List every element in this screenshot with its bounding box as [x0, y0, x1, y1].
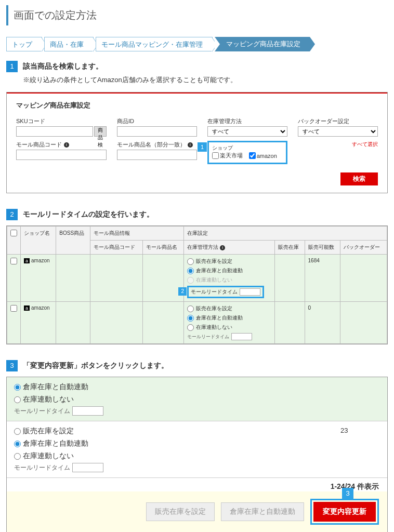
- set-sales-stock-button[interactable]: 販売在庫を設定: [146, 502, 215, 521]
- step-3-header: 3 「変更内容更新」ボタンをクリックします。: [6, 360, 388, 371]
- step-title: モールリードタイムの設定を行います。: [23, 209, 154, 219]
- product-id-label: 商品ID: [117, 117, 197, 125]
- lead-time-input[interactable]: [72, 406, 103, 416]
- col-backorder: バックオーダー: [340, 241, 387, 255]
- pager: 1-24/24 件表示: [7, 478, 387, 491]
- list-item: 販売在庫を設定 倉庫在庫と自動連動 在庫連動しない モールリードタイム 23: [7, 421, 387, 478]
- lead-time-label: モールリードタイム: [187, 334, 229, 340]
- shop-filter-highlight: 1 ショップ 楽天市場 amazon: [207, 141, 287, 164]
- radio-set-sales[interactable]: 販売在庫を設定: [187, 258, 271, 265]
- radio-no-link[interactable]: 在庫連動しない: [14, 451, 328, 461]
- lead-time-label: モールリードタイム: [191, 288, 238, 296]
- available-cell: 0: [305, 302, 340, 344]
- amazon-badge-icon: a: [24, 258, 30, 263]
- stock-method-label: 在庫管理方法: [207, 117, 287, 125]
- table-row: aamazon 販売在庫を設定 倉庫在庫と自動連動 在庫連動しない 2 モールリ…: [7, 255, 387, 302]
- step-1-header: 1 該当商品を検索します。: [6, 61, 388, 72]
- step-number: 1: [6, 61, 18, 72]
- radio-no-link[interactable]: 在庫連動しない: [14, 395, 328, 404]
- amazon-badge-icon: a: [24, 305, 30, 311]
- radio-auto-link[interactable]: 倉庫在庫と自動連動: [14, 439, 328, 448]
- col-mall-info: モール商品情報: [90, 227, 184, 241]
- radio-no-link[interactable]: 在庫連動しない: [187, 324, 271, 331]
- shop-cell: amazon: [31, 305, 50, 311]
- col-mall-name: モール商品名: [143, 241, 184, 255]
- breadcrumb: トップ 商品・在庫 モール商品マッピング・在庫管理 マッピング商品在庫設定: [6, 37, 388, 51]
- available-cell: 1684: [305, 255, 340, 302]
- col-sale-stock: 販売在庫: [275, 241, 305, 255]
- lead-time-input[interactable]: [231, 333, 252, 340]
- shop-amazon-checkbox[interactable]: amazon: [249, 152, 277, 159]
- lead-time-label: モールリードタイム: [14, 407, 70, 416]
- backorder-select[interactable]: すべて: [298, 126, 378, 137]
- col-stock-method: 在庫管理方法 i: [184, 241, 275, 255]
- col-mall-code: モール商品コード: [90, 241, 143, 255]
- info-icon: i: [220, 245, 225, 250]
- update-panel-screenshot: 倉庫在庫と自動連動 在庫連動しない モールリードタイム 販売在庫を設定 倉庫在庫…: [6, 377, 388, 532]
- mall-name-input[interactable]: [117, 150, 197, 160]
- step-2-header: 2 モールリードタイムの設定を行います。: [6, 209, 388, 220]
- radio-auto-link[interactable]: 倉庫在庫と自動連動: [187, 267, 271, 274]
- breadcrumb-item-active: マッピング商品在庫設定: [215, 37, 310, 51]
- lead-time-highlight: 2 モールリードタイム: [187, 286, 264, 298]
- callout-number: 3: [342, 488, 353, 499]
- col-boss: BOSS商品: [56, 227, 90, 255]
- callout-number: 1: [198, 142, 207, 152]
- filter-panel-title: マッピング商品在庫設定: [16, 101, 378, 110]
- lead-time-table-screenshot: ショップ名 BOSS商品 モール商品情報 在庫設定 モール商品コード モール商品…: [6, 225, 388, 344]
- col-available: 販売可能数: [305, 241, 340, 255]
- row-checkbox[interactable]: [10, 258, 17, 264]
- row-checkbox[interactable]: [10, 305, 17, 312]
- auto-link-button[interactable]: 倉庫在庫と自動連動: [221, 502, 304, 521]
- product-id-input[interactable]: [117, 126, 197, 137]
- sku-input[interactable]: [16, 126, 93, 137]
- list-item: 倉庫在庫と自動連動 在庫連動しない モールリードタイム: [7, 377, 387, 421]
- step-note: ※絞り込みの条件としてAmazon店舗のみを選択することも可能です。: [23, 75, 388, 85]
- shop-rakuten-checkbox[interactable]: 楽天市場: [212, 152, 243, 159]
- callout-number: 2: [178, 287, 187, 296]
- table-row: aamazon 販売在庫を設定 倉庫在庫と自動連動 在庫連動しない モールリード…: [7, 302, 387, 344]
- mall-code-label: モール商品コード i: [16, 141, 107, 149]
- select-all-checkbox[interactable]: [10, 230, 17, 236]
- mall-code-input[interactable]: [16, 150, 107, 160]
- update-button[interactable]: 変更内容更新: [313, 502, 376, 522]
- step-title: 「変更内容更新」ボタンをクリックします。: [23, 360, 168, 370]
- breadcrumb-item[interactable]: トップ: [6, 37, 42, 51]
- radio-auto-link[interactable]: 倉庫在庫と自動連動: [187, 314, 271, 322]
- breadcrumb-item[interactable]: 商品・在庫: [44, 37, 94, 51]
- select-all-link[interactable]: すべて選択: [298, 141, 378, 148]
- mall-name-label: モール商品名（部分一致） i: [117, 141, 197, 149]
- lead-time-input[interactable]: [240, 288, 260, 296]
- lead-time-input[interactable]: [72, 463, 103, 472]
- step-number: 2: [6, 209, 18, 220]
- backorder-label: バックオーダー設定: [298, 117, 378, 125]
- page-title: 画面での設定方法: [14, 8, 383, 22]
- info-icon: i: [188, 142, 193, 148]
- info-icon: i: [64, 142, 69, 148]
- radio-auto-link[interactable]: 倉庫在庫と自動連動: [14, 382, 328, 392]
- radio-set-sales[interactable]: 販売在庫を設定: [187, 305, 271, 312]
- filter-panel-screenshot: マッピング商品在庫設定 SKUコード 商品検索 商品ID 在庫管理方法 すべて …: [6, 92, 388, 193]
- search-button[interactable]: 検索: [340, 172, 378, 185]
- radio-no-link[interactable]: 在庫連動しない: [187, 276, 271, 284]
- product-search-button[interactable]: 商品検索: [94, 126, 107, 137]
- update-button-highlight: 3 変更内容更新: [310, 499, 379, 525]
- breadcrumb-item[interactable]: モール商品マッピング・在庫管理: [96, 37, 213, 51]
- step-title: 該当商品を検索します。: [23, 61, 103, 71]
- sku-label: SKUコード: [16, 117, 107, 125]
- col-shop: ショップ名: [21, 227, 56, 255]
- lead-time-label: モールリードタイム: [14, 463, 70, 472]
- available-cell: 23: [335, 421, 387, 477]
- radio-set-sales[interactable]: 販売在庫を設定: [14, 427, 328, 436]
- stock-method-select[interactable]: すべて: [207, 126, 287, 137]
- col-stock-settings: 在庫設定: [184, 227, 387, 241]
- step-number: 3: [6, 360, 18, 371]
- shop-cell: amazon: [31, 258, 50, 263]
- shop-label: ショップ: [212, 144, 283, 152]
- available-cell: [335, 377, 387, 421]
